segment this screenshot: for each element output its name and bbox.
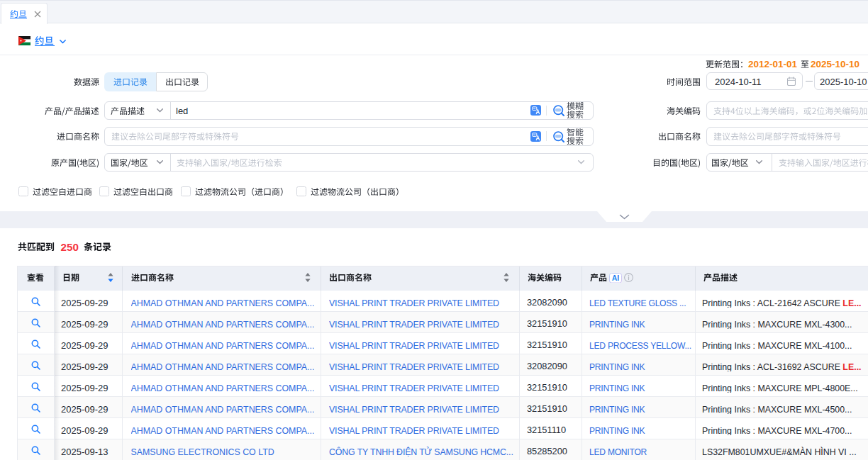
svg-text:AI: AI xyxy=(612,274,620,282)
